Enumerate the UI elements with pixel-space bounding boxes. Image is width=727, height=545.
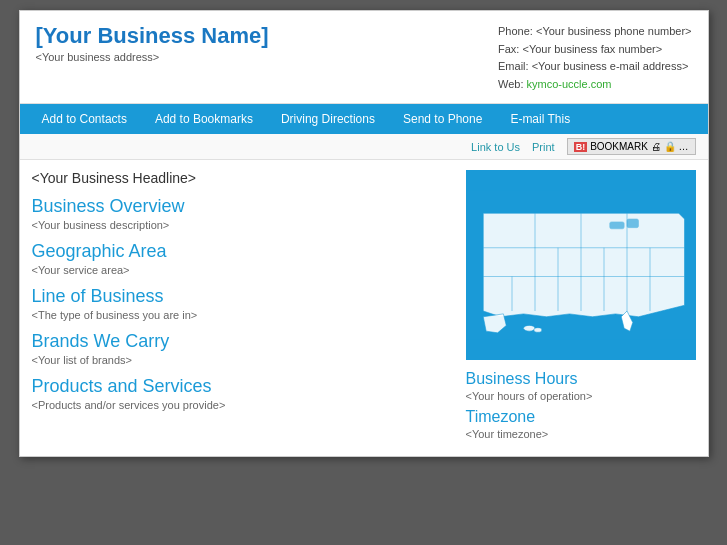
right-column: Business Hours <Your hours of operation>… bbox=[466, 170, 696, 446]
nav-add-contacts[interactable]: Add to Contacts bbox=[28, 104, 141, 134]
svg-rect-10 bbox=[609, 222, 623, 229]
hours-desc: <Your hours of operation> bbox=[466, 390, 696, 402]
link-to-us-button[interactable]: Link to Us bbox=[471, 141, 520, 153]
lob-desc: <The type of business you are in> bbox=[32, 309, 454, 321]
left-column: <Your Business Headline> Business Overvi… bbox=[32, 170, 454, 446]
web-url-link[interactable]: kymco-uccle.com bbox=[527, 78, 612, 90]
products-title: Products and Services bbox=[32, 376, 454, 397]
business-name: [Your Business Name] bbox=[36, 23, 269, 49]
us-map bbox=[466, 170, 696, 360]
email-info: Email: <Your business e-mail address> bbox=[498, 58, 691, 76]
overview-title: Business Overview bbox=[32, 196, 454, 217]
brands-desc: <Your list of brands> bbox=[32, 354, 454, 366]
business-headline: <Your Business Headline> bbox=[32, 170, 454, 186]
hours-title: Business Hours bbox=[466, 370, 696, 388]
page-wrapper: [Your Business Name] <Your business addr… bbox=[19, 10, 709, 457]
business-address: <Your business address> bbox=[36, 51, 269, 63]
bookmark-label: BOOKMARK bbox=[590, 141, 648, 152]
header: [Your Business Name] <Your business addr… bbox=[20, 11, 708, 104]
products-desc: <Products and/or services you provide> bbox=[32, 399, 454, 411]
nav-email-this[interactable]: E-mail This bbox=[496, 104, 584, 134]
nav-send-to-phone[interactable]: Send to Phone bbox=[389, 104, 496, 134]
svg-point-13 bbox=[533, 328, 541, 333]
main-content: <Your Business Headline> Business Overvi… bbox=[20, 160, 708, 456]
timezone-desc: <Your timezone> bbox=[466, 428, 696, 440]
nav-add-bookmarks[interactable]: Add to Bookmarks bbox=[141, 104, 267, 134]
svg-rect-11 bbox=[627, 219, 639, 228]
header-right: Phone: <Your business phone number> Fax:… bbox=[498, 23, 691, 93]
nav-bar: Add to Contacts Add to Bookmarks Driving… bbox=[20, 104, 708, 134]
phone-info: Phone: <Your business phone number> bbox=[498, 23, 691, 41]
overview-desc: <Your business description> bbox=[32, 219, 454, 231]
header-left: [Your Business Name] <Your business addr… bbox=[36, 23, 269, 63]
svg-point-12 bbox=[523, 326, 535, 332]
toolbar: Link to Us Print B! BOOKMARK 🖨 🔒 … bbox=[20, 134, 708, 160]
timezone-title: Timezone bbox=[466, 408, 696, 426]
bookmark-button[interactable]: B! BOOKMARK 🖨 🔒 … bbox=[567, 138, 696, 155]
lob-title: Line of Business bbox=[32, 286, 454, 307]
bookmark-icons-extra: 🖨 🔒 … bbox=[651, 141, 689, 152]
us-map-svg bbox=[466, 170, 696, 360]
brands-title: Brands We Carry bbox=[32, 331, 454, 352]
geo-desc: <Your service area> bbox=[32, 264, 454, 276]
fax-info: Fax: <Your business fax number> bbox=[498, 41, 691, 59]
web-label: Web: bbox=[498, 78, 527, 90]
nav-driving-directions[interactable]: Driving Directions bbox=[267, 104, 389, 134]
web-info: Web: kymco-uccle.com bbox=[498, 76, 691, 94]
geo-title: Geographic Area bbox=[32, 241, 454, 262]
print-button[interactable]: Print bbox=[532, 141, 555, 153]
bookmark-icon: B! bbox=[574, 142, 588, 152]
